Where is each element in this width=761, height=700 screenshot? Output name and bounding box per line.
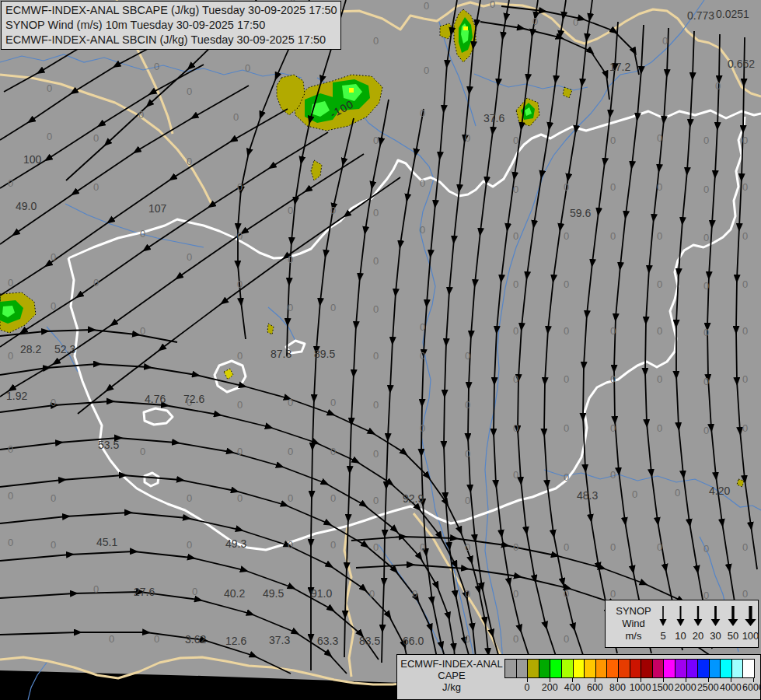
station-zero-label: 0: [703, 280, 709, 292]
station-zero-label: 0: [373, 135, 379, 146]
cape-blob: [224, 369, 233, 380]
cape-legend-title: ECMWF-INDEX-ANAL CAPE J/kg: [400, 658, 503, 693]
map-title-box: ECMWF-INDEX-ANAL SBCAPE (J/kg) Tuesday 3…: [1, 1, 341, 50]
river: [474, 74, 588, 90]
wind-arrow-head: [659, 619, 666, 626]
station-value-label: 4.76: [145, 393, 166, 405]
station-zero-label: 0: [742, 230, 748, 242]
station-value-label: 49.3: [225, 537, 246, 550]
title-line-wind: SYNOP Wind (m/s) 10m Tuesday 30-09-2025 …: [5, 18, 337, 33]
station-zero-label: 0: [8, 490, 13, 502]
station-zero-label: 0: [610, 373, 616, 385]
station-zero-label: 0: [140, 325, 145, 337]
cape-colorbar: [504, 659, 755, 678]
station-zero-label: 0: [93, 181, 99, 193]
station-value-label: 3.62: [185, 633, 206, 646]
country-border: [145, 473, 159, 486]
cape-blob: [463, 26, 468, 30]
station-zero-label: 0: [610, 135, 616, 146]
station-zero-label: 0: [237, 492, 243, 504]
wind-arrow-head: [677, 619, 685, 626]
station-zero-label: 0: [742, 325, 748, 337]
cape-legend-line3: J/kg: [400, 681, 503, 693]
station-zero-label: 0: [330, 302, 336, 313]
station-zero-label: 0: [51, 492, 56, 504]
station-zero-label: 0: [657, 132, 662, 144]
station-zero-label: 0: [237, 350, 243, 362]
title-line-sbcape: ECMWF-INDEX-ANAL SBCAPE (J/kg) Tuesday 3…: [5, 3, 337, 18]
station-zero-label: 0: [465, 399, 470, 411]
station-zero-label: 0: [373, 350, 379, 362]
station-zero-label: 0: [742, 278, 748, 290]
station-zero-label: 0: [8, 277, 13, 289]
station-value-label: 49.5: [263, 587, 284, 600]
station-value-label: 17.2: [609, 61, 630, 73]
station-zero-label: 0: [237, 446, 243, 457]
station-zero-label: 0: [657, 422, 662, 434]
station-zero-label: 0: [703, 232, 709, 243]
wind-arrow-head: [745, 619, 756, 626]
cape-tick-label: 2500: [697, 682, 719, 693]
station-zero-label: 0: [187, 492, 192, 504]
station-zero-label: 0: [369, 588, 375, 600]
cape-tick-label: 1000: [630, 682, 651, 693]
wind-speed-label: 20: [693, 630, 703, 642]
wind-speed-label: 50: [728, 630, 738, 642]
cape-tick-label: 800: [609, 682, 626, 693]
station-zero-label: 0: [742, 181, 748, 193]
station-zero-label: 0: [564, 422, 569, 434]
station-zero-label: 0: [657, 230, 662, 242]
station-zero-label: 0: [187, 539, 192, 551]
wind-streamline: [421, 0, 457, 674]
station-value-label: 45.1: [96, 536, 117, 548]
wind-arrow-head: [728, 619, 738, 626]
station-value-label: 27.6: [134, 586, 155, 598]
station-value-label: 52.3: [54, 343, 75, 355]
station-value-label: 4.20: [709, 485, 730, 497]
station-zero-label: 0: [465, 350, 470, 362]
station-zero-label: 0: [513, 325, 518, 337]
station-value-label: 63.3: [317, 635, 338, 647]
station-value-label: 83.5: [359, 635, 380, 647]
cape-tick-label: 200: [542, 682, 558, 693]
cape-color-cell: [585, 660, 596, 677]
station-zero-label: 0: [420, 422, 425, 434]
station-zero-label: 0: [237, 181, 243, 193]
station-value-label: 53.5: [98, 439, 119, 451]
station-zero-label: 0: [420, 350, 425, 362]
station-zero-label: 0: [513, 422, 518, 434]
station-zero-label: 0: [8, 350, 13, 362]
cape-color-cell: [732, 660, 744, 677]
station-value-label: 91.0: [311, 587, 332, 600]
cape-color-cell: [596, 660, 608, 677]
wind-arrow-head: [711, 619, 721, 626]
cape-blob: [267, 324, 274, 334]
station-zero-label: 0: [610, 181, 616, 193]
station-zero-label: 0: [8, 537, 13, 548]
cape-color-cell: [687, 660, 699, 677]
country-border: [68, 117, 745, 550]
station-zero-label: 0: [288, 254, 293, 265]
station-zero-label: 0: [564, 633, 569, 645]
wind-streamline: [736, 37, 757, 569]
station-zero-label: 0: [532, 16, 538, 27]
station-zero-label: 0: [373, 399, 379, 411]
station-zero-label: 0: [93, 583, 99, 595]
station-zero-label: 0: [564, 181, 569, 193]
map-canvas: 0000000000000000000000000000000000000000…: [0, 0, 761, 700]
cape-color-cell: [710, 660, 721, 677]
station-zero-label: 0: [187, 251, 192, 263]
station-zero-label: 0: [420, 321, 425, 333]
cape-blob: [737, 479, 744, 487]
rivers-group: [0, 0, 761, 700]
station-zero-label: 0: [703, 376, 709, 387]
cape-blob: [563, 87, 572, 98]
station-zero-label: 0: [237, 399, 243, 411]
station-zero-label: 0: [138, 109, 144, 121]
station-zero-label: 0: [237, 230, 243, 242]
cape-tick-label: 0: [525, 682, 530, 693]
cape-tick-label: 600: [587, 682, 603, 693]
station-zero-label: 0: [703, 135, 709, 146]
station-zero-label: 0: [742, 422, 748, 434]
station-value-label: 49.0: [16, 200, 37, 212]
